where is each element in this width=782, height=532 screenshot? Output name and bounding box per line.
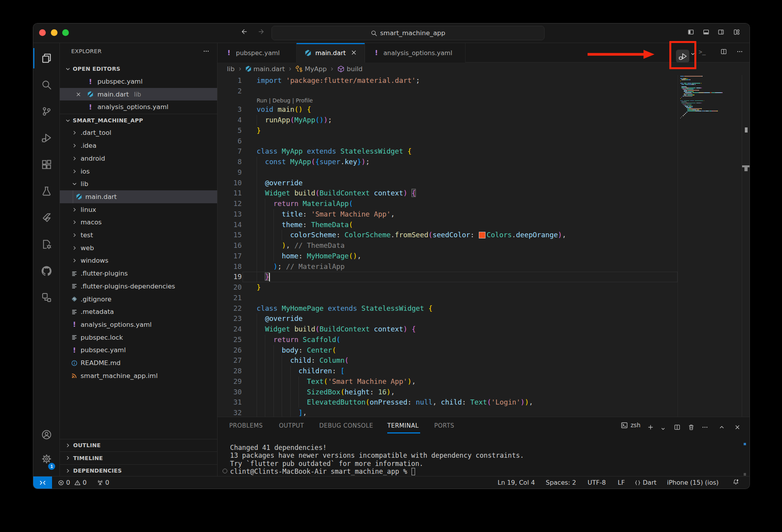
toggle-secondary-sidebar-button[interactable] <box>718 29 724 35</box>
tree-item-main.dart[interactable]: main.dart <box>60 190 217 203</box>
tree-item-smart_machine_app.iml[interactable]: smart_machine_app.iml <box>60 369 217 382</box>
breadcrumb-main.dart[interactable]: main.dart <box>245 65 285 73</box>
close-editor-icon[interactable] <box>76 91 81 97</box>
tree-item-.idea[interactable]: .idea <box>60 139 217 152</box>
open-editor-main.dart[interactable]: main.dart lib <box>60 88 217 100</box>
open-editor-analysis_options.yaml[interactable]: !analysis_options.yaml <box>60 100 217 113</box>
file-name: analysis_options.yaml <box>97 103 169 111</box>
indentation-status[interactable]: Spaces: 2 <box>546 476 576 489</box>
open-editors-header[interactable]: OPEN EDITORS <box>60 63 217 75</box>
customize-layout-button[interactable] <box>733 29 740 35</box>
editor-tab-analysis_options.yaml[interactable]: ! analysis_options.yaml <box>365 43 466 63</box>
editor-more-actions-icon[interactable] <box>737 48 743 55</box>
remote-indicator[interactable] <box>33 476 52 489</box>
device-status[interactable]: iPhone (15) (ios) <box>667 476 719 489</box>
tree-item-ios[interactable]: ios <box>60 165 217 178</box>
breadcrumb-MyApp[interactable]: MyApp <box>295 65 327 73</box>
encoding-status[interactable]: UTF-8 <box>588 476 606 489</box>
activity-bar-item-github[interactable] <box>33 260 60 281</box>
navigate-back-button[interactable] <box>241 29 247 35</box>
folder-name: .idea <box>81 142 97 149</box>
tree-item-.flutter-plugins-dependencies[interactable]: .flutter-plugins-dependencies <box>60 280 217 293</box>
minimap[interactable] <box>680 75 742 417</box>
code-token: Text <box>470 398 487 406</box>
code-text: return MaterialApp( <box>257 199 353 209</box>
breadcrumb-build[interactable]: build <box>337 65 363 73</box>
cursor-position-status[interactable]: Ln 19, Col 4 <box>498 476 535 489</box>
activity-bar-item-flutter[interactable] <box>33 207 60 228</box>
terminal-dropdown-chevron-icon[interactable] <box>660 426 666 432</box>
code-token: Scaffold <box>303 335 336 344</box>
panel-tab-debug-console[interactable]: DEBUG CONSOLE <box>319 417 373 434</box>
panel-tab-output[interactable]: OUTPUT <box>279 417 304 434</box>
color-swatch-deep-orange[interactable] <box>479 232 485 238</box>
tree-item-windows[interactable]: windows <box>60 254 217 267</box>
split-editor-icon[interactable] <box>721 48 727 55</box>
tree-item-pubspec.lock[interactable]: pubspec.lock <box>60 331 217 344</box>
panel-more-actions-icon[interactable] <box>702 424 708 430</box>
minimize-window-button[interactable] <box>51 29 58 36</box>
editor-tab-pubspec.yaml[interactable]: ! pubspec.yaml <box>218 43 297 63</box>
close-tab-icon[interactable] <box>351 49 357 56</box>
project-root-header[interactable]: SMART_MACHINE_APP <box>60 115 217 127</box>
code-editor[interactable]: 1import 'package:flutter/material.dart';… <box>218 75 750 417</box>
open-editor-pubspec.yaml[interactable]: !pubspec.yaml <box>60 75 217 88</box>
tree-item-.flutter-plugins[interactable]: .flutter-plugins <box>60 267 217 280</box>
tree-item-macos[interactable]: macos <box>60 216 217 229</box>
navigate-forward-button[interactable] <box>258 29 264 35</box>
editor-tab-main.dart[interactable]: main.dart <box>297 43 365 63</box>
toggle-primary-sidebar-button[interactable] <box>688 29 694 35</box>
ports-status[interactable]: 0 <box>97 476 109 489</box>
zoom-window-button[interactable] <box>62 29 69 36</box>
codelens-run-debug-profile[interactable]: Run | Debug | Profile <box>257 97 313 105</box>
activity-bar-item-settings[interactable] <box>33 448 60 469</box>
code-text: class MyApp extends StatelessWidget { <box>257 146 412 157</box>
tree-item-README.md[interactable]: README.md <box>60 356 217 369</box>
new-terminal-icon[interactable] <box>647 424 654 430</box>
panel-tab-ports[interactable]: PORTS <box>434 417 454 434</box>
activity-bar-item-run-and-debug[interactable] <box>33 127 60 149</box>
toggle-panel-button[interactable] <box>703 29 709 35</box>
activity-bar-item-explorer[interactable] <box>33 48 60 69</box>
line-number: 26 <box>218 345 242 356</box>
editor-group: ! analysis_options.yaml main.dart! pubsp… <box>218 43 750 476</box>
breadcrumb-lib[interactable]: lib <box>227 65 235 73</box>
tree-item-.metadata[interactable]: .metadata <box>60 305 217 318</box>
split-terminal-icon[interactable] <box>674 424 680 430</box>
close-window-button[interactable] <box>39 29 46 36</box>
tree-item-analysis_options.yaml[interactable]: !analysis_options.yaml <box>60 318 217 331</box>
activity-bar-item-search[interactable] <box>33 74 60 95</box>
sidebar-section-dependencies[interactable]: DEPENDENCIES <box>60 464 217 476</box>
code-text: return Scaffold( <box>257 335 340 345</box>
sidebar-section-outline[interactable]: OUTLINE <box>60 439 217 452</box>
terminal-output[interactable]: Changed 41 dependencies!13 packages have… <box>218 435 750 476</box>
activity-bar-item-dart-devtools[interactable] <box>33 234 60 255</box>
panel-tab-problems[interactable]: PROBLEMS <box>229 417 263 434</box>
tree-item-.gitignore[interactable]: .gitignore <box>60 293 217 306</box>
activity-bar-item-accounts[interactable] <box>33 424 60 445</box>
tree-item-android[interactable]: android <box>60 152 217 165</box>
terminal-instance-label[interactable]: zsh <box>621 422 640 429</box>
minimap-token <box>695 84 696 85</box>
activity-bar-item-remote-explorer[interactable] <box>33 287 60 308</box>
language-status[interactable]: Dart <box>635 476 656 489</box>
activity-bar-item-source-control[interactable] <box>33 101 60 122</box>
activity-bar-item-testing[interactable] <box>33 181 60 202</box>
problems-status[interactable]: 0 0 <box>58 476 86 489</box>
panel-tab-terminal[interactable]: TERMINAL <box>387 417 419 434</box>
tree-item-test[interactable]: test <box>60 229 217 242</box>
tree-item-pubspec.yaml[interactable]: !pubspec.yaml <box>60 344 217 357</box>
tree-item-lib[interactable]: lib <box>60 177 217 190</box>
close-panel-icon[interactable] <box>734 424 741 430</box>
command-center-search[interactable]: smart_machine_app <box>271 26 545 40</box>
notifications-bell-icon[interactable] <box>733 479 739 485</box>
explorer-more-actions-icon[interactable] <box>203 48 209 54</box>
tree-item-linux[interactable]: linux <box>60 203 217 216</box>
maximize-panel-icon[interactable] <box>719 424 725 430</box>
tree-item-.dart_tool[interactable]: .dart_tool <box>60 127 217 140</box>
sidebar-section-timeline[interactable]: TIMELINE <box>60 451 217 464</box>
eol-status[interactable]: LF <box>618 476 625 489</box>
kill-terminal-icon[interactable] <box>688 424 694 430</box>
activity-bar-item-extensions[interactable] <box>33 154 60 175</box>
tree-item-web[interactable]: web <box>60 242 217 254</box>
